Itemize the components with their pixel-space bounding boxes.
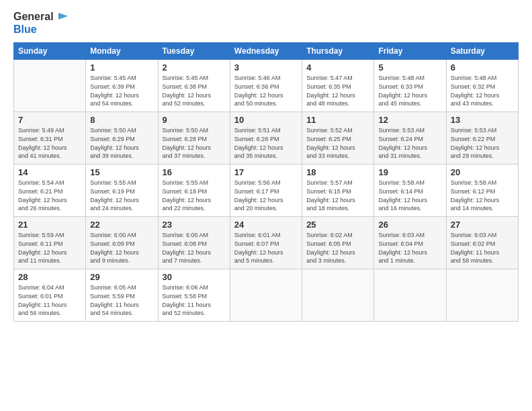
day-number: 6 — [451, 62, 514, 73]
day-info: Sunrise: 5:58 AM Sunset: 6:12 PM Dayligh… — [451, 179, 514, 212]
calendar-cell: 27Sunrise: 6:03 AM Sunset: 6:02 PM Dayli… — [446, 217, 518, 269]
calendar-cell: 18Sunrise: 5:57 AM Sunset: 6:15 PM Dayli… — [302, 165, 374, 217]
calendar-cell: 20Sunrise: 5:58 AM Sunset: 6:12 PM Dayli… — [446, 165, 518, 217]
calendar-cell: 30Sunrise: 6:06 AM Sunset: 5:58 PM Dayli… — [158, 269, 230, 322]
calendar-cell: 2Sunrise: 5:45 AM Sunset: 6:38 PM Daylig… — [158, 60, 230, 112]
day-number: 26 — [378, 220, 441, 230]
logo-flag-icon — [57, 13, 69, 22]
page-header: General Blue — [13, 10, 519, 36]
calendar-cell: 29Sunrise: 6:05 AM Sunset: 5:59 PM Dayli… — [86, 269, 158, 322]
week-row-5: 28Sunrise: 6:04 AM Sunset: 6:01 PM Dayli… — [14, 269, 519, 322]
day-info: Sunrise: 5:55 AM Sunset: 6:18 PM Dayligh… — [163, 179, 226, 212]
day-info: Sunrise: 5:45 AM Sunset: 6:39 PM Dayligh… — [90, 74, 153, 107]
day-info: Sunrise: 5:49 AM Sunset: 6:31 PM Dayligh… — [18, 126, 81, 160]
day-number: 13 — [451, 115, 514, 125]
day-info: Sunrise: 6:02 AM Sunset: 6:05 PM Dayligh… — [306, 231, 369, 265]
calendar-cell — [446, 269, 518, 322]
day-info: Sunrise: 5:51 AM Sunset: 6:26 PM Dayligh… — [234, 126, 298, 160]
calendar-cell: 23Sunrise: 6:00 AM Sunset: 6:08 PM Dayli… — [158, 217, 230, 269]
day-number: 24 — [234, 220, 298, 230]
calendar-table: SundayMondayTuesdayWednesdayThursdayFrid… — [13, 42, 519, 322]
calendar-cell: 12Sunrise: 5:53 AM Sunset: 6:24 PM Dayli… — [374, 112, 446, 165]
header-row: SundayMondayTuesdayWednesdayThursdayFrid… — [14, 43, 519, 60]
day-info: Sunrise: 5:59 AM Sunset: 6:11 PM Dayligh… — [18, 231, 81, 265]
day-info: Sunrise: 5:48 AM Sunset: 6:33 PM Dayligh… — [378, 74, 441, 107]
calendar-cell: 14Sunrise: 5:54 AM Sunset: 6:21 PM Dayli… — [14, 165, 86, 217]
day-number: 18 — [306, 167, 369, 177]
day-info: Sunrise: 5:47 AM Sunset: 6:35 PM Dayligh… — [306, 74, 369, 107]
day-info: Sunrise: 5:55 AM Sunset: 6:19 PM Dayligh… — [90, 179, 153, 212]
day-number: 2 — [163, 62, 226, 73]
day-info: Sunrise: 5:53 AM Sunset: 6:24 PM Dayligh… — [378, 126, 441, 160]
day-number: 15 — [90, 167, 153, 177]
day-info: Sunrise: 6:00 AM Sunset: 6:09 PM Dayligh… — [90, 231, 153, 265]
calendar-cell: 6Sunrise: 5:48 AM Sunset: 6:32 PM Daylig… — [446, 60, 518, 112]
col-header-friday: Friday — [374, 43, 446, 60]
day-info: Sunrise: 5:57 AM Sunset: 6:15 PM Dayligh… — [306, 179, 369, 212]
day-number: 12 — [378, 115, 441, 125]
logo-general: General — [13, 11, 54, 22]
week-row-3: 14Sunrise: 5:54 AM Sunset: 6:21 PM Dayli… — [14, 165, 519, 217]
calendar-cell: 24Sunrise: 6:01 AM Sunset: 6:07 PM Dayli… — [230, 217, 302, 269]
calendar-cell: 1Sunrise: 5:45 AM Sunset: 6:39 PM Daylig… — [86, 60, 158, 112]
calendar-cell — [302, 269, 374, 322]
calendar-cell: 4Sunrise: 5:47 AM Sunset: 6:35 PM Daylig… — [302, 60, 374, 112]
day-number: 14 — [18, 167, 81, 177]
day-number: 19 — [378, 167, 441, 177]
day-number: 1 — [90, 62, 153, 73]
day-number: 9 — [163, 115, 226, 125]
day-number: 3 — [234, 62, 298, 73]
day-number: 10 — [234, 115, 298, 125]
day-info: Sunrise: 6:00 AM Sunset: 6:08 PM Dayligh… — [163, 231, 226, 265]
day-info: Sunrise: 5:45 AM Sunset: 6:38 PM Dayligh… — [163, 74, 226, 107]
day-info: Sunrise: 5:50 AM Sunset: 6:28 PM Dayligh… — [163, 126, 226, 160]
day-info: Sunrise: 6:05 AM Sunset: 5:59 PM Dayligh… — [90, 283, 153, 317]
calendar-cell: 8Sunrise: 5:50 AM Sunset: 6:29 PM Daylig… — [86, 112, 158, 165]
logo: General Blue — [13, 10, 69, 36]
calendar-cell: 11Sunrise: 5:52 AM Sunset: 6:25 PM Dayli… — [302, 112, 374, 165]
day-info: Sunrise: 5:50 AM Sunset: 6:29 PM Dayligh… — [90, 126, 153, 160]
calendar-cell: 25Sunrise: 6:02 AM Sunset: 6:05 PM Dayli… — [302, 217, 374, 269]
calendar-cell: 7Sunrise: 5:49 AM Sunset: 6:31 PM Daylig… — [14, 112, 86, 165]
day-number: 25 — [306, 220, 369, 230]
svg-marker-0 — [58, 13, 68, 19]
calendar-cell: 19Sunrise: 5:58 AM Sunset: 6:14 PM Dayli… — [374, 165, 446, 217]
calendar-cell: 9Sunrise: 5:50 AM Sunset: 6:28 PM Daylig… — [158, 112, 230, 165]
day-number: 23 — [163, 220, 226, 230]
day-number: 5 — [378, 62, 441, 73]
col-header-sunday: Sunday — [14, 43, 86, 60]
day-number: 28 — [18, 272, 81, 282]
day-number: 8 — [90, 115, 153, 125]
day-info: Sunrise: 5:58 AM Sunset: 6:14 PM Dayligh… — [378, 179, 441, 212]
day-number: 30 — [163, 272, 226, 282]
day-number: 7 — [18, 115, 81, 125]
day-info: Sunrise: 5:52 AM Sunset: 6:25 PM Dayligh… — [306, 126, 369, 160]
day-info: Sunrise: 6:06 AM Sunset: 5:58 PM Dayligh… — [163, 283, 226, 317]
col-header-saturday: Saturday — [446, 43, 518, 60]
logo-blue: Blue — [13, 24, 37, 35]
calendar-cell: 5Sunrise: 5:48 AM Sunset: 6:33 PM Daylig… — [374, 60, 446, 112]
day-info: Sunrise: 5:48 AM Sunset: 6:32 PM Dayligh… — [451, 74, 514, 107]
day-number: 22 — [90, 220, 153, 230]
day-number: 4 — [306, 62, 369, 73]
day-number: 11 — [306, 115, 369, 125]
day-number: 21 — [18, 220, 81, 230]
day-info: Sunrise: 6:01 AM Sunset: 6:07 PM Dayligh… — [234, 231, 298, 265]
calendar-cell: 10Sunrise: 5:51 AM Sunset: 6:26 PM Dayli… — [230, 112, 302, 165]
col-header-tuesday: Tuesday — [158, 43, 230, 60]
calendar-cell: 17Sunrise: 5:56 AM Sunset: 6:17 PM Dayli… — [230, 165, 302, 217]
day-number: 20 — [451, 167, 514, 177]
day-number: 16 — [163, 167, 226, 177]
day-info: Sunrise: 5:56 AM Sunset: 6:17 PM Dayligh… — [234, 179, 298, 212]
calendar-cell: 3Sunrise: 5:46 AM Sunset: 6:36 PM Daylig… — [230, 60, 302, 112]
calendar-cell — [230, 269, 302, 322]
col-header-monday: Monday — [86, 43, 158, 60]
col-header-wednesday: Wednesday — [230, 43, 302, 60]
calendar-cell: 15Sunrise: 5:55 AM Sunset: 6:19 PM Dayli… — [86, 165, 158, 217]
week-row-1: 1Sunrise: 5:45 AM Sunset: 6:39 PM Daylig… — [14, 60, 519, 112]
calendar-cell: 21Sunrise: 5:59 AM Sunset: 6:11 PM Dayli… — [14, 217, 86, 269]
day-info: Sunrise: 6:03 AM Sunset: 6:02 PM Dayligh… — [451, 231, 514, 265]
calendar-cell: 22Sunrise: 6:00 AM Sunset: 6:09 PM Dayli… — [86, 217, 158, 269]
day-number: 27 — [451, 220, 514, 230]
day-number: 17 — [234, 167, 298, 177]
